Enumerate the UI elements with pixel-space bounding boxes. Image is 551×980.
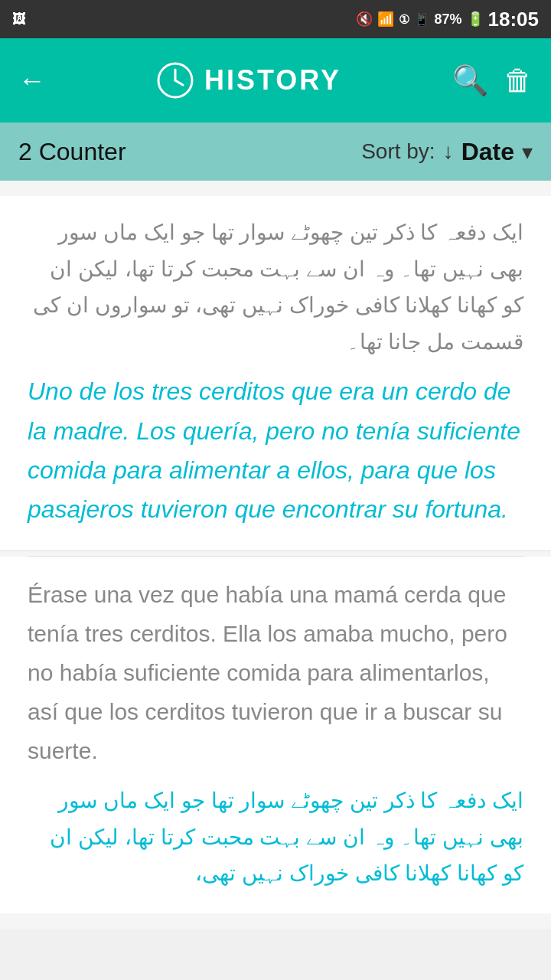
spanish-text-teal-1: Uno de los tres cerditos que era un cerd… [28, 372, 523, 529]
status-right-icons: 🔇 📶 ① 📱 87% 🔋 18:05 [356, 8, 539, 31]
svg-line-2 [175, 80, 183, 85]
sort-direction-icon: ↓ [443, 139, 454, 164]
status-left-icons: 🖼 [12, 11, 26, 28]
delete-button[interactable]: 🗑 [504, 64, 533, 97]
sort-by-label: Sort by: [361, 139, 435, 164]
history-card-1: ایک دفعہ کا ذکر تین چھوٹے سوار تھا جو ای… [0, 196, 551, 551]
counter-label: 2 Counter [18, 138, 126, 166]
app-bar: ← HISTORY 🔍 🗑 [0, 38, 551, 122]
search-button[interactable]: 🔍 [452, 64, 488, 97]
spanish-text-gray-2: Érase una vez que había una mamá cerda q… [28, 575, 523, 770]
battery-icon: 🔋 [467, 11, 484, 28]
app-bar-center: HISTORY [157, 62, 341, 99]
status-bar: 🖼 🔇 📶 ① 📱 87% 🔋 18:05 [0, 0, 551, 38]
urdu-text-1: ایک دفعہ کا ذکر تین چھوٹے سوار تھا جو ای… [28, 214, 523, 360]
sort-section[interactable]: Sort by: ↓ Date ▾ [361, 138, 533, 166]
history-card-2: Érase una vez que había una mamá cerda q… [0, 557, 551, 913]
gallery-icon: 🖼 [12, 11, 26, 28]
urdu-text-teal-2: ایک دفعہ کا ذکر تین چھوٹے سوار تھا جو ای… [28, 782, 523, 892]
time-display: 18:05 [488, 8, 540, 31]
bluetooth-mute-icon: 🔇 [356, 11, 373, 28]
dropdown-icon[interactable]: ▾ [522, 139, 533, 165]
app-bar-title: HISTORY [204, 64, 341, 96]
content-area: ایک دفعہ کا ذکر تین چھوٹے سوار تھا جو ای… [0, 181, 551, 929]
battery-label: 87% [434, 11, 461, 28]
sort-value-label: Date [461, 138, 514, 166]
back-button[interactable]: ← [18, 64, 46, 96]
signal-icon: 📱 [414, 12, 429, 27]
filter-bar: 2 Counter Sort by: ↓ Date ▾ [0, 122, 551, 181]
sim-icon: ① [399, 12, 409, 27]
clock-icon [157, 62, 194, 99]
wifi-icon: 📶 [377, 11, 394, 28]
